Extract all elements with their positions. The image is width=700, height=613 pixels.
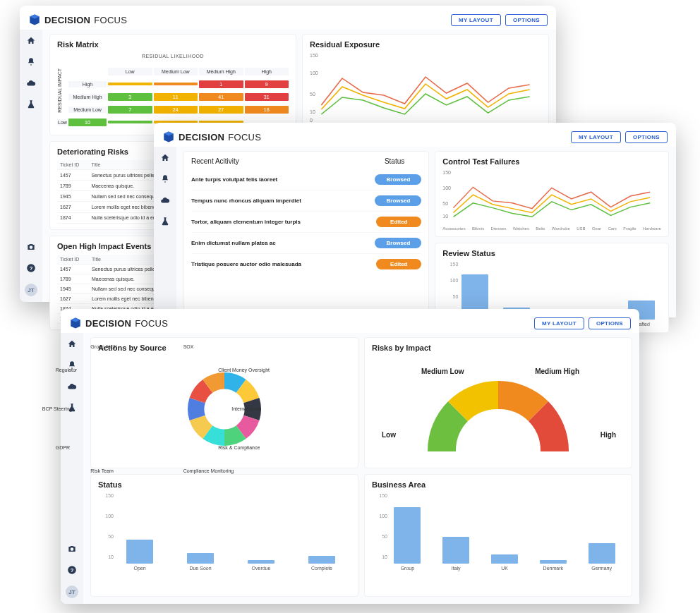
matrix-cell[interactable]: 31 <box>245 93 289 101</box>
home-icon[interactable] <box>66 339 78 350</box>
logo-icon <box>69 317 82 329</box>
business-area-chart: 1501005010 GroupItalyUKDenmarkGermany <box>372 493 624 571</box>
bar[interactable]: Overdue <box>236 560 286 571</box>
card-title: Control Test Failures <box>442 157 661 166</box>
recent-item[interactable]: Enim dictumst nullam platea acBrowsed <box>191 233 421 254</box>
help-icon[interactable]: ? <box>66 564 78 576</box>
home-icon[interactable] <box>159 152 171 164</box>
recent-item[interactable]: Ante turpis volutpat felis laoreetBrowse… <box>191 169 421 190</box>
card-title: Residual Exposure <box>310 40 541 49</box>
donut-label: Risk & Compliance <box>218 445 260 450</box>
matrix-cell[interactable]: 41 <box>199 93 243 101</box>
bell-icon[interactable] <box>25 56 37 68</box>
risks-by-impact-card: Risks by Impact Low Medium Low Medium Hi… <box>364 337 632 468</box>
donut-label: Regulator <box>56 368 77 372</box>
risk-matrix-card: Risk Matrix RESIDUAL LIKELIHOODRESIDUAL … <box>49 34 296 135</box>
logo-icon <box>28 13 41 26</box>
options-button[interactable]: OPTIONS <box>589 317 631 329</box>
avatar[interactable]: JT <box>66 585 78 598</box>
status-card: Status 1501005010 OpenDue SoonOverdueCom… <box>90 474 358 597</box>
svg-text:?: ? <box>30 265 33 272</box>
help-icon[interactable]: ? <box>25 262 37 274</box>
card-title: Review Status <box>442 249 661 257</box>
bar[interactable]: Italy <box>438 537 475 571</box>
bar[interactable]: Complete <box>297 556 346 571</box>
dashboard-window-3: DECISIONFOCUS MY LAYOUT OPTIONS ? JT Act… <box>61 309 639 604</box>
donut-label: BCP Steering <box>42 406 72 411</box>
flask-icon[interactable] <box>25 99 37 110</box>
status-header: Status <box>385 157 404 165</box>
donut-label: SOX <box>183 344 194 349</box>
cloud-icon[interactable] <box>66 381 78 392</box>
bar[interactable]: Due Soon <box>176 553 225 571</box>
logo: DECISIONFOCUS <box>69 317 168 329</box>
donut-label: GDPR <box>56 445 70 450</box>
my-layout-button[interactable]: MY LAYOUT <box>571 131 621 143</box>
status-chart: 1501005010 OpenDue SoonOverdueComplete <box>98 493 351 571</box>
my-layout-button[interactable]: MY LAYOUT <box>451 14 501 26</box>
business-area-card: Business Area 1501005010 GroupItalyUKDen… <box>364 474 632 597</box>
camera-icon[interactable] <box>25 241 37 253</box>
donut-label: Internal Audit <box>231 406 260 411</box>
matrix-cell[interactable] <box>108 83 152 85</box>
svg-text:?: ? <box>71 567 74 573</box>
matrix-cell[interactable] <box>154 83 198 85</box>
bar[interactable]: Denmark <box>534 560 572 571</box>
bar[interactable]: Germany <box>583 543 620 571</box>
cloud-icon[interactable] <box>159 195 171 206</box>
ctf-chart: 150 100 50 10 <box>442 170 661 225</box>
bar[interactable]: Group <box>389 507 426 571</box>
topbar: DECISIONFOCUS MY LAYOUT OPTIONS <box>61 309 639 333</box>
dashboard-window-2: DECISIONFOCUS MY LAYOUT OPTIONS Recent A… <box>154 123 676 317</box>
matrix-cell[interactable]: 7 <box>108 106 152 114</box>
residual-exposure-card: Residual Exposure 150 100 50 10 0 Access… <box>302 34 549 135</box>
risk-matrix-grid: RESIDUAL LIKELIHOODRESIDUAL IMPACTLowMed… <box>57 53 289 128</box>
card-title: Risks by Impact <box>372 344 624 352</box>
recent-item[interactable]: Tempus nunc rhoncus aliquam imperdietBro… <box>191 190 421 212</box>
topbar: DECISIONFOCUS MY LAYOUT OPTIONS <box>154 123 676 147</box>
card-title: Status <box>98 480 351 489</box>
card-title: Business Area <box>372 480 624 489</box>
gauge-label-low: Low <box>382 431 396 439</box>
donut-label: Client Money Oversight <box>218 368 270 372</box>
logo: DECISIONFOCUS <box>162 131 261 143</box>
my-layout-button[interactable]: MY LAYOUT <box>534 317 584 329</box>
home-icon[interactable] <box>25 35 37 47</box>
logo: DECISIONFOCUS <box>28 13 127 26</box>
matrix-cell[interactable]: 9 <box>245 80 289 88</box>
avatar[interactable]: JT <box>25 284 37 296</box>
matrix-cell[interactable]: 27 <box>199 106 243 114</box>
cloud-icon[interactable] <box>25 78 37 89</box>
flask-icon[interactable] <box>159 216 171 227</box>
bell-icon[interactable] <box>159 174 171 185</box>
bar[interactable]: Open <box>115 540 164 571</box>
impact-gauge-chart: Low Medium Low Medium High High <box>372 356 624 462</box>
gauge-label-medhigh: Medium High <box>535 368 579 375</box>
matrix-cell[interactable]: 18 <box>245 106 289 114</box>
matrix-cell[interactable]: 3 <box>108 93 152 101</box>
gauge-label-medlow: Medium Low <box>421 368 464 375</box>
matrix-cell[interactable]: 11 <box>154 93 198 101</box>
donut-label: Compliance Monitoring <box>183 468 234 473</box>
sidebar: ? JT <box>20 30 42 302</box>
recent-item[interactable]: Tortor, aliquam elementum integer turpis… <box>191 212 421 233</box>
matrix-cell[interactable]: 10 <box>68 119 107 126</box>
bar[interactable]: UK <box>486 554 524 571</box>
matrix-cell[interactable]: 1 <box>199 80 243 88</box>
donut-label: Risk Team <box>90 468 114 473</box>
control-test-failures-card: Control Test Failures 150 100 50 10 Acce… <box>435 151 669 237</box>
matrix-cell[interactable] <box>108 121 152 123</box>
logo-icon <box>162 131 175 143</box>
card-title: Actions by Source <box>98 344 351 352</box>
matrix-cell[interactable]: 24 <box>154 106 198 114</box>
camera-icon[interactable] <box>66 543 78 554</box>
options-button[interactable]: OPTIONS <box>505 14 548 26</box>
options-button[interactable]: OPTIONS <box>625 131 668 143</box>
gauge-label-high: High <box>601 431 616 439</box>
card-title: Recent Acitivity <box>191 157 239 165</box>
sidebar <box>154 147 176 317</box>
actions-by-source-card: Actions by Source SOXClient Money Oversi… <box>90 337 358 468</box>
recent-item[interactable]: Tristique posuere auctor odio malesuadaE… <box>191 254 421 274</box>
sidebar: ? JT <box>61 333 83 604</box>
topbar: DECISIONFOCUS MY LAYOUT OPTIONS <box>20 6 556 30</box>
